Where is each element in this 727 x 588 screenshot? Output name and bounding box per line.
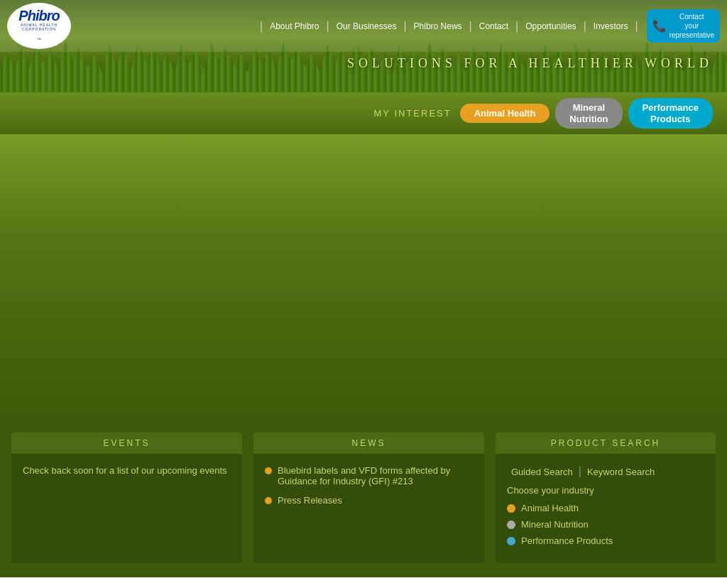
main-content: [0, 134, 727, 418]
keyword-search-tab[interactable]: Keyword Search: [583, 467, 659, 477]
logo-subtext: ANIMAL HEALTH CORPORATION: [7, 23, 71, 31]
industry-dot-mineral-nutrition: [507, 521, 515, 529]
events-header: EVENTS: [11, 432, 242, 454]
product-search-header: PRODUCT SEARCH: [496, 432, 716, 454]
nav-divider-3: |: [469, 20, 472, 33]
industry-label-performance-products: Performance Products: [521, 535, 613, 546]
interest-bar: MY INTEREST Animal Health MineralNutriti…: [0, 92, 727, 134]
nav-investors[interactable]: Investors: [589, 21, 633, 31]
tagline: SOLUTIONS FOR A HEALTHIER WORLD: [347, 56, 713, 71]
search-tabs: Guided Search | Keyword Search: [507, 465, 704, 478]
nav-divider-4: |: [515, 20, 518, 33]
logo-tm: ™: [37, 38, 41, 42]
animal-health-button[interactable]: Animal Health: [460, 104, 550, 123]
nav-businesses[interactable]: Our Businesses: [332, 21, 401, 31]
nav-divider-2: |: [403, 20, 406, 33]
news-panel: NEWS Bluebird labels and VFD forms affec…: [253, 432, 484, 563]
news-link-0[interactable]: Bluebird labels and VFD forms affected b…: [278, 465, 473, 486]
performance-products-button[interactable]: PerformanceProducts: [628, 98, 713, 129]
header-top: Phibro ANIMAL HEALTH CORPORATION ™ | Abo…: [0, 0, 727, 52]
industry-label-mineral-nutrition: Mineral Nutrition: [521, 519, 589, 530]
mineral-nutrition-button[interactable]: MineralNutrition: [555, 98, 622, 129]
phone-icon: 📞: [652, 19, 667, 33]
nav-opportunities[interactable]: Opportunities: [521, 21, 580, 31]
news-link-1[interactable]: Press Releases: [278, 495, 342, 506]
news-item-1: Press Releases: [265, 495, 473, 506]
nav-divider-0: |: [260, 20, 263, 33]
industry-dot-animal-health: [507, 504, 515, 513]
news-dot-1: [265, 497, 272, 504]
news-item-0: Bluebird labels and VFD forms affected b…: [265, 465, 473, 486]
interest-label: MY INTEREST: [374, 108, 452, 119]
site-header: Phibro ANIMAL HEALTH CORPORATION ™ | Abo…: [0, 0, 727, 92]
news-header: NEWS: [253, 432, 484, 454]
logo-brand: Phibro: [18, 8, 59, 23]
guided-search-tab[interactable]: Guided Search: [507, 467, 577, 477]
events-panel: EVENTS Check back soon for a list of our…: [11, 432, 242, 563]
industry-mineral-nutrition[interactable]: Mineral Nutrition: [507, 519, 704, 530]
main-nav: | About Phibro | Our Businesses | Phibro…: [78, 9, 720, 43]
news-dot-0: [265, 467, 272, 474]
logo[interactable]: Phibro ANIMAL HEALTH CORPORATION ™: [7, 3, 71, 49]
industry-animal-health[interactable]: Animal Health: [507, 503, 704, 513]
news-body: Bluebird labels and VFD forms affected b…: [253, 454, 484, 526]
nav-contact[interactable]: Contact: [475, 21, 513, 31]
footer-sections: EVENTS Check back soon for a list of our…: [0, 418, 727, 577]
nav-phibro-news[interactable]: Phibro News: [410, 21, 466, 31]
industry-dot-performance-products: [507, 537, 515, 545]
events-body: Check back soon for a list of our upcomi…: [11, 454, 242, 525]
product-search-body: Guided Search | Keyword Search Choose yo…: [496, 454, 716, 563]
nav-divider-1: |: [327, 20, 329, 33]
nav-divider-6: |: [635, 20, 638, 33]
bottom-footer: © 2009 - 2017 Phibro Animal Health Corpo…: [0, 577, 727, 588]
product-search-panel: PRODUCT SEARCH Guided Search | Keyword S…: [496, 432, 716, 563]
choose-industry-label: Choose your industry: [507, 485, 704, 496]
nav-about[interactable]: About Phibro: [266, 21, 323, 31]
nav-divider-5: |: [584, 20, 586, 33]
industry-performance-products[interactable]: Performance Products: [507, 535, 704, 546]
industry-label-animal-health: Animal Health: [521, 503, 579, 513]
contact-rep-label: Contactyourrepresentative: [669, 12, 714, 40]
events-content: Check back soon for a list of our upcomi…: [23, 465, 231, 476]
contact-rep-button[interactable]: 📞 Contactyourrepresentative: [647, 9, 720, 43]
search-tab-divider: |: [579, 465, 581, 478]
